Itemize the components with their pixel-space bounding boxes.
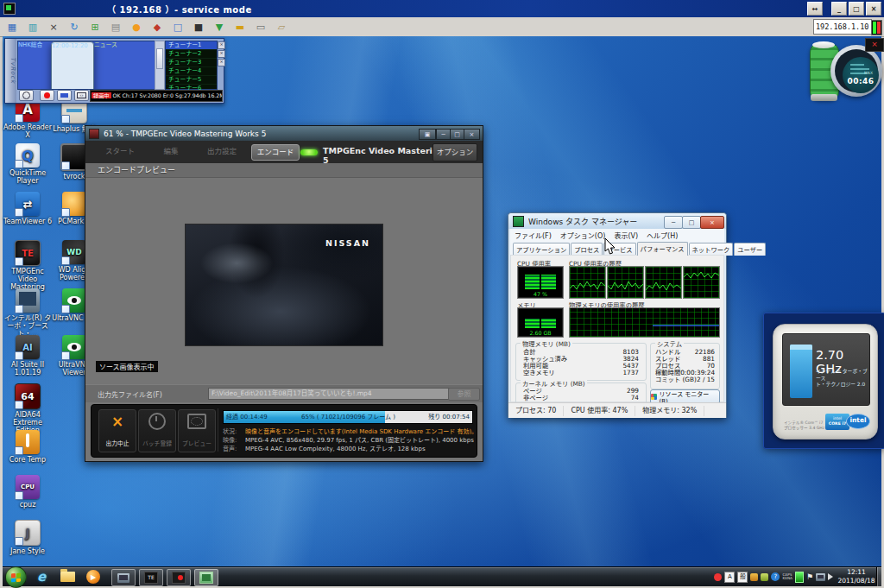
toolbar-ctrl-alt-del-icon[interactable]: ⊞ — [86, 19, 104, 35]
toolbar-file-transfer-icon[interactable]: ▼ — [211, 19, 228, 35]
toolbar-chat-icon[interactable]: ▱ — [273, 19, 290, 35]
toolbar-refresh-icon[interactable]: ↻ — [66, 19, 83, 35]
tab-processes[interactable]: プロセス — [571, 243, 603, 256]
tvrock-record-button[interactable] — [40, 90, 54, 101]
taskbar-app-recorder[interactable] — [167, 569, 191, 586]
toolbar-blank-monitor-icon[interactable]: ■ — [190, 19, 207, 35]
tab-output-settings[interactable]: 出力設定 — [198, 144, 246, 159]
desktop-icon-cpuz[interactable]: CPUcpuz — [2, 475, 54, 509]
tvrock-close-icon[interactable]: × — [218, 41, 225, 49]
tab-performance[interactable]: パフォーマンス — [637, 242, 688, 256]
desktop-icon-ai-suite[interactable]: AIAI Suite II 1.01.19 — [2, 335, 54, 376]
output-filename-field[interactable]: F:\Video_Edit\2011年08月17日笑っていいとも!.mp4 — [208, 388, 450, 400]
tab-encode[interactable]: エンコード — [251, 144, 300, 161]
desktop-icon-aida64[interactable]: 64AIDA64 Extreme Edition — [2, 383, 54, 434]
dial-meter-gadget[interactable]: MAX 00:46 — [830, 45, 882, 97]
menu-help[interactable]: ヘルプ(H) — [647, 231, 678, 240]
tuner-item[interactable]: チューナー5 — [166, 76, 217, 85]
ime-kanji-icon[interactable]: 般 — [737, 572, 748, 583]
toolbar-window-icon[interactable]: ▥ — [24, 19, 41, 35]
tmpgenc-titlebar[interactable]: 61 % - TMPGEnc Video Mastering Works 5 ▣… — [85, 126, 483, 141]
tuner-item[interactable]: チューナー1 — [166, 41, 217, 50]
tmpgenc-minimize-button[interactable]: ─ — [436, 129, 451, 140]
show-desktop-button[interactable] — [876, 567, 881, 586]
toolbar-status-ball-icon[interactable]: ● — [128, 19, 145, 35]
ime-mode-icon[interactable]: A — [724, 572, 735, 583]
vnc-scale-button[interactable]: ↔ — [807, 2, 823, 16]
tvrock-monitor-button[interactable] — [57, 90, 72, 101]
toolbar-video-icon[interactable]: ▬ — [231, 19, 249, 35]
taskbar-explorer-button[interactable] — [56, 569, 79, 585]
vnc-ip-input[interactable] — [813, 19, 872, 35]
taskmgr-maximize-button[interactable]: □ — [682, 216, 701, 229]
mini-close-box[interactable]: × — [865, 38, 884, 52]
browse-button[interactable]: 参照 — [448, 388, 480, 401]
options-button[interactable]: オプション — [433, 143, 477, 161]
desktop-icon-adobe-reader[interactable]: AAdobe Reader X — [2, 98, 54, 139]
desktop-icon-quicktime[interactable]: QQuickTime Player — [2, 143, 54, 185]
vnc-minimize-button[interactable]: _ — [831, 2, 847, 16]
tab-start[interactable]: スタート — [96, 144, 144, 159]
tmpgenc-close-button[interactable]: × — [464, 129, 480, 140]
taskbar-clock[interactable]: 12:112011/08/18 — [837, 568, 875, 585]
desktop-icon-teamviewer[interactable]: ⇄TeamViewer 6 — [2, 192, 54, 225]
menu-options[interactable]: オプション(O) — [560, 231, 606, 240]
taskmgr-minimize-button[interactable]: ─ — [664, 216, 683, 229]
tray-app-icon-2[interactable] — [761, 573, 768, 581]
tray-volume-icon[interactable] — [828, 573, 837, 580]
toolbar-fullscreen-icon[interactable]: □ — [169, 19, 186, 35]
toolbar-connection-icon[interactable]: ▦ — [3, 19, 21, 35]
tmpgenc-maximize-button[interactable]: □ — [450, 129, 464, 140]
taskmgr-close-button[interactable]: × — [700, 216, 724, 229]
tmpgenc-pin-button[interactable]: ▣ — [419, 129, 436, 140]
tray-flag-icon[interactable]: ⚑ — [806, 572, 813, 581]
desktop-icon-intel-turbo[interactable]: インテル(R) ターボ・ブースト・... — [2, 288, 54, 338]
taskbar-wmp-button[interactable]: ▶ — [82, 569, 104, 585]
tvrock-window[interactable]: TvRock NHK総合12:00-12:20ニュース NHK教育11:54-1… — [4, 38, 224, 104]
tab-users[interactable]: ユーザー — [734, 243, 766, 256]
task-manager-window[interactable]: Windows タスク マネージャー ─ □ × ファイル(F) オプション(O… — [508, 212, 727, 418]
taskbar-app-monitor[interactable] — [111, 569, 136, 586]
taskmgr-titlebar[interactable]: Windows タスク マネージャー ─ □ × — [508, 213, 726, 229]
tab-applications[interactable]: アプリケーション — [513, 243, 570, 256]
scrollbar-thumb[interactable] — [156, 48, 163, 69]
vnc-maximize-button[interactable]: □ — [849, 2, 864, 16]
vnc-close-button[interactable]: × — [866, 2, 881, 16]
toolbar-remote-screen-icon[interactable]: ▤ — [107, 19, 124, 35]
tvrock-capture-button[interactable]: ‹› — [74, 90, 89, 101]
tray-help-icon[interactable]: ? — [771, 572, 780, 581]
preview-button[interactable]: プレビュー — [178, 409, 216, 452]
toolbar-network-icon[interactable]: ◆ — [148, 19, 166, 35]
taskbar-ie-button[interactable]: e — [30, 569, 53, 585]
vnc-titlebar[interactable]: （ 192.168 ）- service mode ↔ _ □ × — [0, 0, 884, 17]
abort-output-button[interactable]: ×出力中止 — [98, 409, 136, 452]
tvrock-close-icon[interactable]: × — [218, 50, 225, 58]
tray-record-icon[interactable] — [714, 573, 722, 581]
tuner-item[interactable]: チューナー2 — [166, 50, 217, 59]
menu-view[interactable]: 表示(V) — [614, 231, 638, 240]
program-list-scrollbar[interactable] — [155, 41, 165, 90]
tab-edit[interactable]: 編集 — [149, 144, 193, 159]
tray-network-icon[interactable] — [816, 573, 825, 581]
taskbar-app-vnc[interactable] — [194, 569, 218, 586]
turbo-boost-gadget[interactable]: 2.70 GHz インテル® ターボ・ブースト・テクノロジー 2.0 インテル®… — [763, 313, 884, 449]
tvrock-tuner-list[interactable]: チューナー1 チューナー2 チューナー3 チューナー4 チューナー5 チューナー… — [165, 41, 218, 90]
toolbar-selection-icon[interactable]: ▭ — [252, 19, 269, 35]
tvrock-power-button[interactable] — [19, 90, 34, 101]
tvrock-program-list[interactable]: NHK総合12:00-12:20ニュース NHK教育11:54-13:00第93… — [17, 41, 155, 90]
start-button[interactable] — [5, 566, 27, 588]
program-row[interactable]: NHK総合12:00-12:20ニュース — [18, 41, 155, 90]
tuner-item[interactable]: チューナー3 — [166, 59, 217, 67]
toolbar-close-connection-icon[interactable]: × — [45, 19, 62, 35]
tray-battery-icon[interactable] — [795, 572, 804, 583]
tray-app-icon-1[interactable] — [750, 573, 758, 581]
tab-network[interactable]: ネットワーク — [689, 243, 734, 256]
batch-register-button[interactable]: バッチ登録 — [138, 409, 176, 452]
tmpgenc-window[interactable]: 61 % - TMPGEnc Video Mastering Works 5 ▣… — [85, 125, 483, 462]
tuner-item[interactable]: チューナー4 — [166, 67, 217, 76]
taskbar-app-tmpgenc[interactable]: TE — [139, 569, 163, 586]
tvrock-close-icon[interactable]: × — [218, 59, 225, 66]
menu-file[interactable]: ファイル(F) — [515, 231, 552, 240]
desktop-icon-jane-style[interactable]: JJane Style — [2, 520, 54, 555]
desktop-icon-core-temp[interactable]: Core Temp — [2, 430, 54, 464]
